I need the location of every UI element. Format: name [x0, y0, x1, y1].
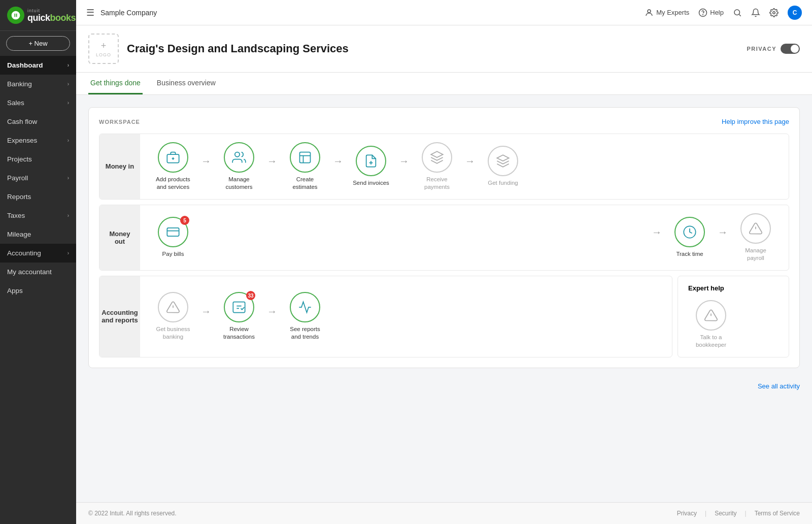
svg-point-0 [648, 10, 651, 13]
footer-link-terms[interactable]: Terms of Service [755, 510, 800, 517]
see-reports-icon-circle [290, 292, 320, 322]
privacy-switch[interactable] [781, 44, 800, 54]
svg-point-3 [734, 10, 740, 15]
content-area: WORKSPACE Help improve this page Money i… [76, 95, 812, 502]
svg-rect-9 [300, 152, 311, 163]
sidebar-item-reports[interactable]: Reports [0, 187, 76, 206]
arrow-icon: → [267, 155, 277, 177]
see-reports-label: See reportsand trends [290, 325, 320, 341]
money-in-label: Money in [99, 134, 140, 199]
track-time-icon-circle [674, 217, 705, 247]
get-business-banking-label: Get businessbanking [156, 325, 190, 341]
money-out-section: Money out 5 Pay bills → [99, 205, 789, 271]
get-business-banking-icon-circle [158, 292, 188, 322]
search-button[interactable] [733, 8, 742, 17]
flow-item-get-funding[interactable]: Get funding [480, 146, 526, 187]
flow-item-manage-customers[interactable]: Managecustomers [216, 142, 262, 191]
hamburger-icon[interactable]: ☰ [86, 7, 94, 18]
see-all-activity-link[interactable]: See all activity [88, 378, 800, 394]
sidebar-item-expenses[interactable]: Expenses › [0, 131, 76, 150]
topbar-right: My Experts Help C [645, 6, 802, 20]
svg-rect-21 [233, 302, 245, 313]
footer: © 2022 Intuit. All rights reserved. Priv… [76, 502, 812, 524]
sidebar-item-mileage[interactable]: Mileage [0, 225, 76, 244]
sidebar-item-banking[interactable]: Banking › [0, 75, 76, 93]
footer-divider: | [745, 510, 747, 517]
flow-item-see-reports[interactable]: See reportsand trends [282, 292, 328, 341]
company-title: Craig's Design and Landscaping Services [127, 42, 349, 55]
sidebar-nav: Dashboard › Banking › Sales › Cash flow … [0, 56, 76, 524]
footer-link-security[interactable]: Security [715, 510, 736, 517]
send-invoices-label: Send invoices [353, 179, 389, 187]
review-transactions-badge: 33 [246, 291, 255, 300]
arrow-icon: → [333, 155, 343, 177]
talk-to-bookkeeper-label: Talk to abookkeeper [696, 334, 726, 349]
manage-payroll-icon-circle [740, 213, 771, 244]
flow-item-track-time[interactable]: Track time [667, 217, 713, 258]
pay-bills-badge: 5 [180, 216, 189, 225]
vertical-connector [261, 205, 262, 205]
accounting-reports-section: Accounting and reports Get businessbanki… [99, 276, 672, 357]
new-button[interactable]: + New [6, 36, 70, 51]
arrow-icon: → [201, 155, 211, 177]
company-logo-placeholder[interactable]: + LOGO [88, 34, 119, 64]
add-products-icon-circle [158, 142, 188, 173]
manage-customers-icon-circle [224, 142, 254, 173]
flow-item-get-business-banking[interactable]: Get businessbanking [150, 292, 196, 341]
sidebar-item-sales[interactable]: Sales › [0, 93, 76, 112]
avatar[interactable]: C [788, 6, 802, 20]
arrow-icon: → [267, 306, 277, 328]
pay-bills-icon-circle: 5 [158, 217, 188, 247]
page-header: + LOGO Craig's Design and Landscaping Se… [76, 25, 812, 73]
my-experts-button[interactable]: My Experts [645, 8, 689, 17]
settings-button[interactable] [769, 8, 779, 17]
page-header-left: + LOGO Craig's Design and Landscaping Se… [88, 34, 349, 64]
flow-item-add-products[interactable]: Add productsand services [150, 142, 196, 191]
tab-business-overview[interactable]: Business overview [155, 73, 218, 94]
arrow-icon: → [718, 226, 728, 248]
review-transactions-label: Reviewtransactions [223, 325, 255, 341]
review-transactions-icon-circle: 33 [224, 292, 254, 322]
receive-payments-label: Receivepayments [424, 176, 450, 191]
notifications-button[interactable] [751, 8, 760, 17]
chevron-right-icon: › [67, 250, 69, 256]
sidebar-item-payroll[interactable]: Payroll › [0, 169, 76, 187]
sidebar-item-myaccountant[interactable]: My accountant [0, 263, 76, 281]
arrow-icon: → [201, 306, 211, 328]
chevron-right-icon: › [67, 62, 69, 68]
flow-item-review-transactions[interactable]: 33 Reviewtransactions [216, 292, 262, 341]
accounting-reports-items: Get businessbanking → 33 Reviewtransacti… [140, 276, 672, 357]
manage-payroll-label: Managepayroll [745, 247, 766, 262]
flow-item-create-estimates[interactable]: Createestimates [282, 142, 328, 191]
topbar: ☰ Sample Company My Experts Help C [76, 0, 812, 25]
help-button[interactable]: Help [698, 8, 724, 17]
sidebar-item-projects[interactable]: Projects [0, 150, 76, 169]
sidebar-item-taxes[interactable]: Taxes › [0, 206, 76, 225]
pay-bills-label: Pay bills [162, 250, 184, 258]
tabs: Get things done Business overview [76, 73, 812, 95]
sidebar-item-dashboard[interactable]: Dashboard › [0, 56, 76, 75]
flow-item-manage-payroll[interactable]: Managepayroll [733, 213, 779, 262]
get-funding-label: Get funding [488, 179, 518, 187]
tab-get-things-done[interactable]: Get things done [88, 73, 143, 94]
workspace-title: WORKSPACE [99, 119, 140, 125]
footer-divider: | [705, 510, 706, 517]
manage-customers-label: Managecustomers [225, 176, 252, 191]
flow-item-pay-bills[interactable]: 5 Pay bills [150, 217, 196, 258]
privacy-toggle[interactable]: PRIVACY [747, 44, 800, 54]
svg-point-8 [235, 152, 240, 157]
chevron-right-icon: › [67, 138, 69, 143]
sidebar-item-apps[interactable]: Apps [0, 281, 76, 300]
sidebar-item-cashflow[interactable]: Cash flow [0, 112, 76, 131]
sidebar-item-accounting[interactable]: Accounting › Chart of accounts Reconcile [0, 244, 76, 263]
quickbooks-logo: intuit quickbooks [7, 6, 63, 24]
create-estimates-icon-circle [290, 142, 320, 173]
flow-item-talk-to-bookkeeper[interactable]: Talk to abookkeeper [688, 300, 734, 349]
topbar-left: ☰ Sample Company [86, 7, 157, 18]
flow-item-receive-payments[interactable]: Receivepayments [414, 142, 460, 191]
create-estimates-label: Createestimates [292, 176, 317, 191]
flow-item-send-invoices[interactable]: Send invoices [348, 146, 394, 187]
get-funding-icon-circle [488, 146, 518, 176]
footer-link-privacy[interactable]: Privacy [677, 510, 697, 517]
help-improve-link[interactable]: Help improve this page [722, 118, 789, 125]
